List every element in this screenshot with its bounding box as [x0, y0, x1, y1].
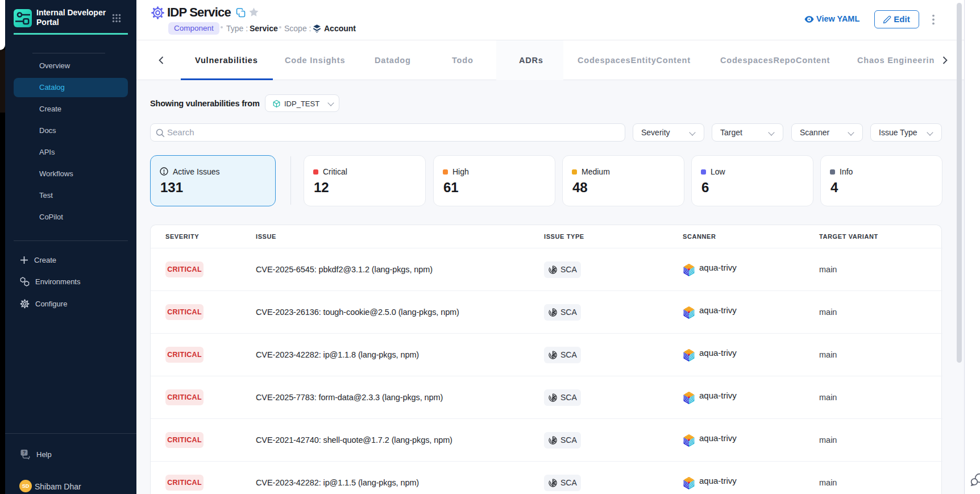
svg-text:?: ?	[23, 450, 26, 455]
